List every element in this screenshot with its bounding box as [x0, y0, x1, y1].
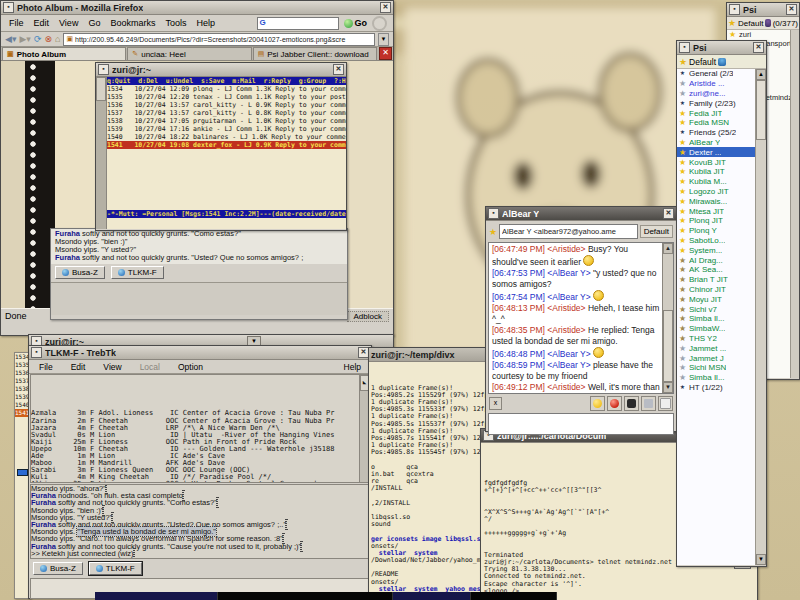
url-bar[interactable]: ▣ http://200.95.46.249/Documents/Pics/?d… — [63, 33, 375, 46]
mail-row[interactable]: 1540 10/27/04 18:22 balinares - LJ 1.0K … — [107, 133, 346, 141]
roster-item[interactable]: ★Sichi v7 — [677, 304, 755, 314]
menu-item[interactable]: Help — [192, 17, 219, 29]
close-button[interactable]: ✕ — [380, 2, 391, 13]
taskbar-button[interactable] — [393, 592, 472, 600]
close-button[interactable]: ✕ — [663, 208, 674, 219]
window-menu-icon[interactable]: ▪ — [3, 2, 14, 13]
browser-tab[interactable]: ▣ Photo Album — [2, 47, 126, 60]
forward-icon[interactable]: ▶▾ — [19, 34, 30, 44]
menu-item[interactable]: Tools — [161, 17, 190, 29]
roster-item[interactable]: ★Jammet ... — [677, 343, 755, 353]
firefox-titlebar[interactable]: ▪ Photo Album - Mozilla Firefox ✕ — [1, 1, 393, 15]
window-menu-icon[interactable]: ▪ — [31, 347, 42, 358]
menu-item[interactable]: Go — [84, 17, 104, 29]
expand-button[interactable]: x — [489, 397, 502, 410]
roster-item[interactable]: ★Kubila M... — [677, 177, 755, 187]
clipboard-button[interactable] — [658, 396, 673, 411]
browser-tab[interactable]: ▤ Psi Jabber Client:: download — [253, 47, 377, 60]
search-input[interactable]: G — [257, 17, 339, 30]
mail-row[interactable]: 1541 10/27/04 19:08 dexter_fox - LJ 0.9K… — [107, 141, 346, 149]
buzz-button[interactable] — [607, 396, 622, 411]
roster-item[interactable]: ★Jammet J — [677, 353, 755, 363]
scroll-down-icon[interactable]: ▼ — [756, 554, 766, 565]
roster-item[interactable]: ★Dexter ... — [677, 147, 755, 157]
mail-row[interactable]: 1538 10/27/04 17:05 prguitarman - L 1.0K… — [107, 117, 346, 125]
roster-item[interactable]: ★System... — [677, 245, 755, 255]
menu-item[interactable]: View — [55, 17, 82, 29]
scrollbar-thumb[interactable] — [96, 77, 106, 101]
scroll-down-icon[interactable]: ▼ — [663, 382, 673, 393]
roster-item[interactable]: ★Simba Il... — [677, 373, 755, 383]
chat-input[interactable] — [488, 413, 674, 435]
roster-item[interactable]: ★Simba Il... — [677, 314, 755, 324]
roster-item[interactable]: ★Plonq Y — [677, 226, 755, 236]
go-button[interactable]: Go — [341, 18, 371, 28]
roster-item[interactable]: ★zuri@ne... — [677, 89, 755, 99]
tlkm-titlebar[interactable]: ▪ TLKM-F - TrebTk ✕ — [29, 346, 371, 360]
roster-item[interactable]: ★Plonq JIT — [677, 216, 755, 226]
window-menu-icon[interactable]: ▪ — [729, 4, 740, 15]
roster-item[interactable]: ★Sichi MSN — [677, 363, 755, 373]
menu-item[interactable]: Bookmarks — [106, 17, 159, 29]
psi-titlebar[interactable]: ▪ Psi ✕ — [727, 3, 799, 17]
adblock-button[interactable]: Adblock — [347, 311, 389, 322]
roster-item[interactable]: ★General (2/3 — [677, 69, 755, 79]
roster-item[interactable]: ★Aristide ... — [677, 79, 755, 89]
stop-icon[interactable]: ⊗ — [44, 34, 52, 44]
window-menu-icon[interactable]: ▪ — [679, 42, 690, 53]
scrollbar[interactable] — [96, 77, 107, 229]
roster-item[interactable]: ★Chinor JIT — [677, 285, 755, 295]
mutt-titlebar[interactable]: ▪ zuri@jr:~ ✕ — [96, 63, 346, 77]
scroll-up-icon[interactable]: ▲ — [756, 69, 766, 80]
roster-item[interactable]: ★Logozo JIT — [677, 187, 755, 197]
mail-row[interactable]: 1539 10/27/04 17:16 ankie - LJ Comm 1.1K… — [107, 125, 346, 133]
scrollbar[interactable] — [790, 30, 799, 378]
world-tab-button[interactable]: Busa-Z — [55, 266, 105, 279]
home-icon[interactable]: ⌂ — [55, 34, 60, 44]
roster-item[interactable]: ★AI Drag... — [677, 255, 755, 265]
menu-item[interactable]: View — [99, 361, 125, 373]
menu-item[interactable]: Edit — [30, 17, 54, 29]
mail-row[interactable]: 1535 10/27/04 12:20 tenax - LJ Comm 1.1K… — [107, 93, 346, 101]
action-button[interactable] — [624, 396, 639, 411]
world-tab-busa[interactable]: Busa-Z — [33, 562, 83, 575]
profile-row[interactable]: ★ Default — [677, 55, 766, 69]
roster-item[interactable]: ★Fedia MSN — [677, 118, 755, 128]
roster-item[interactable]: ★Kubila JIT — [677, 167, 755, 177]
roster-item[interactable]: ★Fedia JIT — [677, 108, 755, 118]
back-icon[interactable]: ◀▾ — [5, 34, 16, 44]
who-row[interactable]: Albia 35m F Lioness OOC | Utato Rock -Ce… — [31, 481, 369, 483]
roster-item[interactable]: ★KovuB JIT — [677, 157, 755, 167]
message-mode-dropdown[interactable]: Default — [640, 225, 673, 238]
menu-item[interactable]: Edit — [67, 361, 90, 373]
insert-emoticon-button[interactable] — [590, 396, 605, 411]
world-tab-button[interactable]: TLKM-F — [111, 266, 164, 279]
menu-item[interactable]: File — [35, 361, 57, 373]
menu-item[interactable]: Option — [174, 361, 207, 373]
muck-bg-input[interactable] — [51, 282, 347, 315]
roster-item[interactable]: ★AK Sea... — [677, 265, 755, 275]
scrollbar-thumb[interactable] — [663, 310, 673, 382]
world-tab-tlkm[interactable]: TLKM-F — [89, 562, 142, 575]
chat-recipient-field[interactable] — [499, 224, 638, 239]
divx-titlebar[interactable]: zuri@jr:~/temp/divx — [369, 348, 500, 362]
roster-item[interactable]: ★SabotLo... — [677, 236, 755, 246]
mail-row[interactable]: 1537 10/27/04 13:57 carol_kitty - L 0.8K… — [107, 109, 346, 117]
mail-row[interactable]: 1534 10/27/04 12:09 plonq - LJ Comm 1.3K… — [107, 85, 346, 93]
roster-item[interactable]: ★Brian T JIT — [677, 275, 755, 285]
roster-item[interactable]: ★Mirawais... — [677, 196, 755, 206]
menu-item[interactable]: File — [5, 17, 28, 29]
scrollbar[interactable]: ▲ ▼ — [755, 69, 766, 565]
chat-titlebar[interactable]: ▪ AlBear Y ✕ — [486, 207, 676, 221]
roster-item[interactable]: ★Friends (25/2 — [677, 128, 755, 138]
roster-item[interactable]: ★AlBear Y — [677, 138, 755, 148]
reload-icon[interactable]: ⟳ — [34, 34, 42, 44]
close-button[interactable]: ✕ — [333, 64, 344, 75]
browser-tab[interactable]: ✎ unciaa: Heel — [127, 47, 251, 60]
roster-item[interactable]: ★SimbaW... — [677, 324, 755, 334]
profile-row[interactable]: ★ Default (0/377) — [727, 17, 799, 30]
roster-item[interactable]: ★HT (1/22) — [677, 383, 755, 393]
tab-close-button[interactable]: ✕ — [379, 47, 392, 60]
mail-row[interactable]: 1536 10/27/04 13:57 carol_kitty - L 0.9K… — [107, 101, 346, 109]
window-menu-icon[interactable]: ▪ — [488, 208, 499, 219]
